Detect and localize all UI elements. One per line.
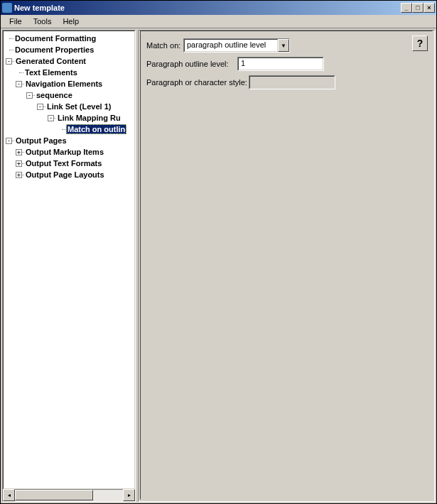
input-paragraph-outline-level[interactable]: 1 [237, 57, 324, 71]
tree-item-output-pages[interactable]: - Output Pages [4, 135, 134, 146]
tree-item-sequence[interactable]: - sequence [4, 89, 134, 101]
chevron-down-icon[interactable]: ▼ [278, 39, 289, 52]
tree-item-match-outline[interactable]: Match on outlin [4, 124, 134, 135]
tree-item-output-markup[interactable]: + Output Markup Items [4, 146, 134, 158]
tree-item-output-text-formats[interactable]: + Output Text Formats [4, 158, 134, 169]
collapse-icon[interactable]: - [26, 92, 33, 99]
body: Document Formatting Document Properties … [1, 28, 436, 503]
menu-help[interactable]: Help [57, 16, 85, 27]
expand-icon[interactable]: + [16, 149, 22, 155]
combo-match-on[interactable]: paragraph outline level ▼ [183, 38, 290, 53]
menu-tools[interactable]: Tools [28, 16, 58, 27]
collapse-icon[interactable]: - [6, 58, 12, 65]
form-area: ? Match on: paragraph outline level ▼ Pa… [140, 31, 433, 500]
tree-item-doc-formatting[interactable]: Document Formatting [4, 33, 134, 44]
tree-item-output-page-layouts[interactable]: + Output Page Layouts [4, 169, 134, 180]
menu-file[interactable]: File [4, 16, 28, 27]
scroll-left-button[interactable]: ◂ [3, 489, 15, 501]
scroll-thumb[interactable] [15, 490, 93, 500]
content-panel: ? Match on: paragraph outline level ▼ Pa… [138, 30, 435, 502]
titlebar: New template _ □ × [1, 1, 436, 15]
scroll-right-button[interactable]: ▸ [123, 489, 135, 501]
minimize-button[interactable]: _ [401, 3, 412, 13]
tree: Document Formatting Document Properties … [3, 31, 135, 489]
label-paragraph-outline-level: Paragraph outline level: [146, 60, 237, 68]
maximize-button[interactable]: □ [412, 3, 423, 13]
window-title: New template [14, 4, 401, 12]
app-icon [2, 3, 12, 13]
row-paragraph-outline-level: Paragraph outline level: 1 [146, 57, 426, 71]
tree-item-link-mapping[interactable]: - Link Mapping Ru [4, 112, 134, 124]
row-match-on: Match on: paragraph outline level ▼ [146, 38, 426, 53]
label-match-on: Match on: [146, 41, 183, 50]
tree-item-nav-elements[interactable]: - Navigation Elements [4, 78, 134, 89]
expand-icon[interactable]: + [16, 160, 22, 167]
row-paragraph-character-style: Paragraph or character style: [146, 75, 426, 89]
window-controls: _ □ × [401, 3, 435, 13]
tree-item-doc-properties[interactable]: Document Properties [4, 44, 134, 55]
tree-item-text-elements[interactable]: Text Elements [4, 67, 134, 78]
combo-match-on-value: paragraph outline level [184, 39, 278, 52]
collapse-icon[interactable]: - [37, 104, 43, 110]
collapse-icon[interactable]: - [6, 138, 12, 144]
collapse-icon[interactable]: - [48, 115, 54, 121]
collapse-icon[interactable]: - [16, 81, 22, 87]
menubar: File Tools Help [1, 15, 436, 28]
expand-icon[interactable]: + [16, 172, 22, 178]
tree-horizontal-scrollbar[interactable]: ◂ ▸ [3, 489, 135, 501]
app-window: New template _ □ × File Tools Help Docum… [0, 0, 437, 504]
input-paragraph-character-style [249, 75, 335, 89]
tree-item-link-set[interactable]: - Link Set (Level 1) [4, 101, 134, 112]
tree-item-generated-content[interactable]: - Generated Content [4, 55, 134, 67]
help-button[interactable]: ? [412, 35, 428, 51]
tree-item-selected: Match on outlin [66, 124, 126, 134]
tree-panel: Document Formatting Document Properties … [2, 30, 136, 502]
scroll-track[interactable] [15, 489, 123, 501]
label-paragraph-character-style: Paragraph or character style: [146, 78, 249, 87]
close-button[interactable]: × [423, 3, 435, 13]
